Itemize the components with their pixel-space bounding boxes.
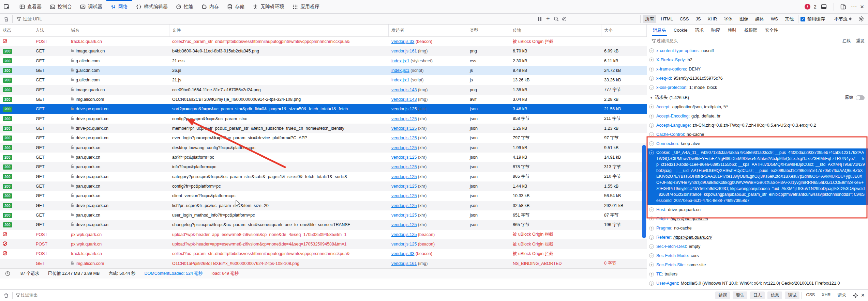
table-row[interactable]: POSTtrack.lc.quark.cncollect?uc_param_st… <box>0 249 647 258</box>
help-icon[interactable]: ? <box>649 281 654 286</box>
help-icon[interactable]: ? <box>649 85 654 90</box>
table-row[interactable]: POSTtrack.lc.quark.cncollect?uc_param_st… <box>0 37 647 46</box>
console-filter-错误[interactable]: 错误 <box>715 291 730 299</box>
table-row[interactable]: 200GETdrive-pc.quark.cncategory?pr=ucpro… <box>0 172 647 181</box>
header-value[interactable]: https://pan.quark.cn <box>671 216 708 222</box>
initiator-link[interactable]: vendor.js:125 <box>391 116 417 121</box>
table-row[interactable]: 200GETimage.quark.cncce09bc0-1654-11ee-8… <box>0 85 647 95</box>
disable-cache-checkbox[interactable]: ✓ <box>800 17 805 21</box>
search-icon[interactable] <box>552 15 560 23</box>
initiator-link[interactable]: index.js:1 <box>391 59 409 63</box>
table-row[interactable]: 200GETdrive-pc.quark.cnsort?pr=ucpro&fr=… <box>0 104 647 114</box>
table-row[interactable]: 200GETdrive-pc.quark.cnever_login?pr=ucp… <box>0 133 647 143</box>
type-filter-css[interactable]: CSS <box>677 15 691 22</box>
type-filter-字体[interactable]: 字体 <box>721 15 735 23</box>
help-icon[interactable]: ? <box>649 67 654 72</box>
column-header-6[interactable]: 类型 <box>467 25 510 36</box>
initiator-link[interactable]: vendor.js:125 <box>391 213 417 218</box>
console-filter-日志[interactable]: 日志 <box>750 291 765 299</box>
initiator-link[interactable]: vendor.js:33 <box>391 251 414 256</box>
type-filter-图像[interactable]: 图像 <box>737 15 751 23</box>
table-row[interactable]: 200GETpan.quark.cnconfig?fr=pc&platform=… <box>0 181 647 191</box>
add-request-icon[interactable]: + <box>544 15 552 23</box>
table-row[interactable]: 200GETg.alicdn.com21.jsindex.js:1 (scrip… <box>0 75 647 85</box>
help-icon[interactable]: ? <box>649 150 654 155</box>
detail-tab-Cookie[interactable]: Cookie <box>671 25 690 35</box>
tool-tab-debugger[interactable]: 调试器 <box>76 0 106 13</box>
initiator-link[interactable]: vendor.js:125 <box>391 164 417 169</box>
initiator-link[interactable]: vendor.js:161 <box>391 49 417 53</box>
initiator-link[interactable]: vendor.js:125 <box>391 242 417 247</box>
pause-traffic-icon[interactable] <box>536 15 544 23</box>
initiator-link[interactable]: index.js:1 <box>391 68 409 73</box>
console-filter-请求[interactable]: 请求 <box>835 291 848 299</box>
column-header-7[interactable]: 传输 <box>510 25 601 36</box>
console-filter-信息[interactable]: 信息 <box>767 291 782 299</box>
clear-console-icon[interactable] <box>2 291 10 300</box>
column-header-5[interactable]: 发起者 <box>389 25 467 36</box>
table-row[interactable]: 200GETpan.quark.cninfo?fr=pc&platform=pc… <box>0 162 647 172</box>
table-scrollbar-thumb[interactable] <box>642 145 646 238</box>
tool-tab-storage[interactable]: 存储 <box>223 0 249 13</box>
throttle-select[interactable]: 不节流 <box>834 16 852 22</box>
type-filter-媒体[interactable]: 媒体 <box>753 15 766 23</box>
type-filter-ws[interactable]: WS <box>768 15 780 22</box>
help-icon[interactable]: ? <box>649 263 654 267</box>
help-icon[interactable]: ? <box>649 244 654 249</box>
initiator-link[interactable]: vendor.js:125 <box>391 222 417 227</box>
console-filter-XHR[interactable]: XHR <box>820 291 833 299</box>
initiator-link[interactable]: vendor.js:125 <box>391 136 417 140</box>
table-row[interactable]: 200GETpan.quark.cnclient_version?fr=pc&p… <box>0 191 647 201</box>
dock-icon[interactable] <box>820 3 828 11</box>
close-console-icon[interactable]: × <box>861 292 865 299</box>
initiator-link[interactable]: vendor.js:125 <box>391 184 417 189</box>
detail-tab-请求[interactable]: 请求 <box>692 25 707 36</box>
initiator-link[interactable]: vendor.js:143 <box>391 97 417 102</box>
table-row[interactable]: 200GETdrive-pc.quark.cnconfig?pr=ucpro&f… <box>0 114 647 124</box>
tool-tab-console[interactable]: 控制台 <box>46 0 76 13</box>
help-icon[interactable]: ? <box>649 76 654 81</box>
detail-tab-安全性[interactable]: 安全性 <box>762 25 781 36</box>
detail-tab-耗时[interactable]: 耗时 <box>724 25 739 36</box>
clear-requests-icon[interactable] <box>2 15 10 23</box>
tool-tab-network[interactable]: 网络 <box>106 0 132 13</box>
column-header-3[interactable]: 域名 <box>68 25 169 36</box>
close-devtools-icon[interactable]: × <box>860 3 864 11</box>
console-filter-警告[interactable]: 警告 <box>733 291 747 299</box>
initiator-link[interactable]: vendor.js:125 <box>391 155 417 160</box>
table-row[interactable]: POSTpx.wpk.quark.cnupload?wpk-header=app… <box>0 239 647 249</box>
tool-tab-inspector[interactable]: 查看器 <box>15 0 46 13</box>
table-row[interactable]: 200GETpan.quark.cndesktop_buwang_config?… <box>0 143 647 153</box>
help-icon[interactable]: ? <box>649 141 654 146</box>
console-filter-input[interactable]: 过滤输出 <box>21 292 38 298</box>
type-filter-所有[interactable]: 所有 <box>643 15 656 23</box>
table-row[interactable]: 200GETdrive-pc.quark.cnchangelog?pr=ucpr… <box>0 220 647 229</box>
initiator-link[interactable]: vendor.js:125 <box>391 174 417 179</box>
raw-toggle[interactable] <box>856 95 865 100</box>
block-request-icon[interactable] <box>560 15 568 23</box>
column-header-2[interactable]: 方法 <box>33 25 68 36</box>
meatball-menu-icon[interactable]: ⋯ <box>851 3 857 10</box>
help-icon[interactable]: ? <box>649 235 654 240</box>
url-filter-input[interactable]: 过滤 URL <box>23 16 42 22</box>
help-icon[interactable]: ? <box>649 123 654 128</box>
console-filter-调试[interactable]: 调试 <box>785 291 799 299</box>
performance-analysis-icon[interactable] <box>3 270 12 278</box>
table-row[interactable]: 200GETimage.quark.cnb4bb3600-34e0-11ed-8… <box>0 46 647 56</box>
help-icon[interactable]: ? <box>649 48 654 53</box>
headers-filter-input[interactable]: 过滤消息头 <box>657 38 678 44</box>
initiator-link[interactable]: vendor.js:125 <box>391 203 417 208</box>
initiator-link[interactable]: vendor.js:33 <box>391 39 414 44</box>
table-row[interactable]: 200GETpan.quark.cnuser_login_method_info… <box>0 210 647 220</box>
initiator-link[interactable]: vendor.js:125 <box>391 193 417 198</box>
tool-tab-performance[interactable]: 性能 <box>172 0 197 13</box>
table-row[interactable]: GETimg.alicdn.comO1CN01aPqii926BqTBXBiYx… <box>0 259 647 268</box>
initiator-link[interactable]: vendor.js:125 <box>391 107 417 111</box>
help-icon[interactable]: ? <box>649 114 654 118</box>
pick-element-icon[interactable] <box>3 3 11 11</box>
detail-tab-栈跟踪[interactable]: 栈跟踪 <box>741 25 760 36</box>
table-row[interactable]: 200GETpan.quark.cnab?fr=pc&platform=pcve… <box>0 153 647 162</box>
table-row[interactable]: 200GETg.alicdn.com26.jsindex.js:1 (scrip… <box>0 66 647 75</box>
responsive-design-icon[interactable] <box>839 3 848 11</box>
help-icon[interactable]: ? <box>649 132 654 137</box>
